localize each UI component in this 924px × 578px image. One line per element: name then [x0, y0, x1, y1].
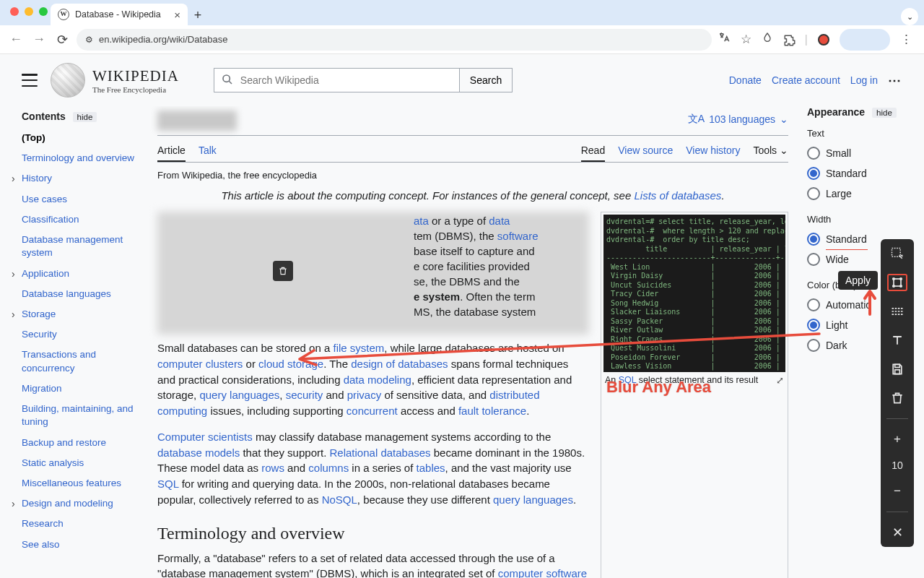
svg-point-3	[893, 278, 895, 280]
tab-tools[interactable]: Tools ⌄	[753, 137, 788, 162]
toc-item: See also	[22, 535, 137, 555]
extensions-icon[interactable]	[783, 34, 795, 46]
tab-read[interactable]: Read	[581, 137, 605, 162]
appearance-hide-button[interactable]: hide	[872, 108, 897, 118]
delete-blur-button[interactable]	[273, 261, 293, 281]
text-small-option[interactable]: Small	[807, 143, 910, 163]
create-account-link[interactable]: Create account	[772, 74, 840, 86]
from-line: From Wikipedia, the free encyclopedia	[157, 170, 788, 181]
width-label: Width	[807, 214, 910, 225]
language-icon: 文A	[688, 113, 705, 126]
toc-item: Storage	[22, 304, 137, 324]
svg-rect-7	[895, 364, 900, 367]
page-content: WIKIPEDIA The Free Encyclopedia Search D…	[0, 54, 924, 578]
annotation-caption: Blur Any Area	[606, 378, 711, 397]
tab-article[interactable]: Article	[157, 137, 186, 162]
tabs-overflow-button[interactable]: ⌄	[901, 8, 918, 25]
svg-point-4	[900, 278, 902, 280]
zoom-out-button[interactable]: −	[887, 483, 907, 500]
profile-pill[interactable]	[840, 29, 890, 51]
search-form: Search	[214, 68, 513, 92]
sql-screenshot[interactable]: dvdrental=# select title, release_year, …	[603, 215, 785, 372]
zoom-value: 10	[892, 460, 903, 471]
donate-link[interactable]: Donate	[729, 74, 762, 86]
contents-hide-button[interactable]: hide	[73, 112, 97, 122]
close-window-icon[interactable]	[10, 7, 19, 16]
search-input[interactable]	[239, 74, 452, 87]
toc-item: Classification	[22, 210, 137, 230]
crop-tool-icon[interactable]	[887, 274, 907, 291]
expand-icon[interactable]: ⤢	[776, 375, 784, 386]
toc-item: History	[22, 168, 137, 189]
browser-menu-icon[interactable]: ⋮	[900, 32, 912, 47]
chevron-down-icon: ⌄	[780, 113, 788, 125]
svg-point-6	[900, 285, 902, 288]
tab-view-history[interactable]: View history	[686, 137, 740, 162]
svg-rect-8	[895, 370, 900, 374]
tab-talk[interactable]: Talk	[199, 137, 217, 162]
user-links: Donate Create account Log in ⋯	[729, 72, 902, 88]
hatnote: This article is about the computing conc…	[157, 189, 788, 202]
language-selector[interactable]: 文A 103 languages ⌄	[688, 113, 788, 126]
toc-item: Use cases	[22, 189, 137, 210]
text-standard-option[interactable]: Standard	[807, 163, 910, 184]
drop-icon[interactable]	[762, 32, 773, 47]
main-menu-button[interactable]	[22, 74, 38, 87]
search-button[interactable]: Search	[459, 68, 513, 92]
select-tool-icon[interactable]	[887, 245, 907, 262]
toc-item: Database languages	[22, 284, 137, 304]
text-tool-icon[interactable]	[887, 332, 907, 349]
paragraph: Formally, a "database" refers to a set o…	[157, 551, 589, 579]
logo[interactable]: WIKIPEDIA The Free Encyclopedia	[51, 63, 179, 98]
toc-item: Security	[22, 324, 137, 345]
search-icon	[222, 74, 233, 87]
paragraph: Small databases can be stored on a file …	[157, 340, 589, 419]
new-tab-button[interactable]: +	[188, 5, 208, 25]
close-toolbar-button[interactable]: ✕	[887, 524, 907, 541]
search-box[interactable]	[214, 68, 459, 92]
hatnote-link[interactable]: Lists of databases	[634, 189, 721, 202]
prose: ata or a type of data tem (DBMS), the so…	[157, 212, 589, 578]
forward-button: →	[30, 32, 48, 47]
record-icon[interactable]	[818, 34, 829, 46]
tab-bar: Database - Wikipedia × + ⌄	[0, 0, 924, 25]
language-count: 103 languages	[709, 113, 775, 125]
title-bar: 文A 103 languages ⌄	[157, 106, 788, 136]
annotation-toolbar: + 10 − ✕	[881, 239, 914, 547]
toc-top[interactable]: (Top)	[22, 128, 137, 148]
site-settings-icon[interactable]: ⚙	[85, 35, 93, 45]
text-large-option[interactable]: Large	[807, 184, 910, 204]
svg-rect-2	[894, 279, 901, 286]
more-menu-icon[interactable]: ⋯	[888, 72, 902, 88]
wordmark: WIKIPEDIA The Free Encyclopedia	[92, 67, 179, 94]
blur-tool-icon[interactable]	[887, 303, 907, 320]
toc-list: (Top) Terminology and overview History U…	[22, 128, 137, 555]
contents-panel: Contents hide (Top) Terminology and over…	[22, 106, 144, 578]
log-in-link[interactable]: Log in	[850, 74, 878, 86]
translate-icon[interactable]	[718, 31, 731, 48]
bookmark-icon[interactable]: ☆	[741, 32, 751, 47]
svg-point-5	[893, 285, 895, 288]
paragraph: Computer scientists may classify databas…	[157, 429, 589, 508]
toc-item: Transactions and concurrency	[22, 345, 137, 378]
apply-tooltip: Apply	[838, 271, 878, 290]
tagline: The Free Encyclopedia	[92, 85, 179, 94]
back-button[interactable]: ←	[7, 32, 25, 47]
close-tab-icon[interactable]: ×	[174, 9, 180, 21]
zoom-in-button[interactable]: +	[887, 431, 907, 448]
minimize-window-icon[interactable]	[25, 7, 33, 16]
tab-view-source[interactable]: View source	[618, 137, 673, 162]
url-text: en.wikipedia.org/wiki/Database	[99, 34, 227, 45]
address-bar[interactable]: ⚙ en.wikipedia.org/wiki/Database	[77, 29, 712, 51]
toc-item: Miscellaneous features	[22, 473, 137, 493]
wordmark-text: WIKIPEDIA	[92, 67, 179, 85]
reload-button[interactable]: ⟳	[53, 32, 71, 48]
zoom-window-icon[interactable]	[39, 7, 48, 16]
toc-item: Migration	[22, 379, 137, 399]
chevron-down-icon: ⌄	[780, 144, 788, 156]
browser-tab[interactable]: Database - Wikipedia ×	[51, 4, 188, 25]
trash-tool-icon[interactable]	[887, 389, 907, 407]
appearance-heading: Appearance	[807, 106, 865, 118]
contents-heading: Contents	[22, 111, 66, 122]
save-tool-icon[interactable]	[887, 361, 907, 378]
